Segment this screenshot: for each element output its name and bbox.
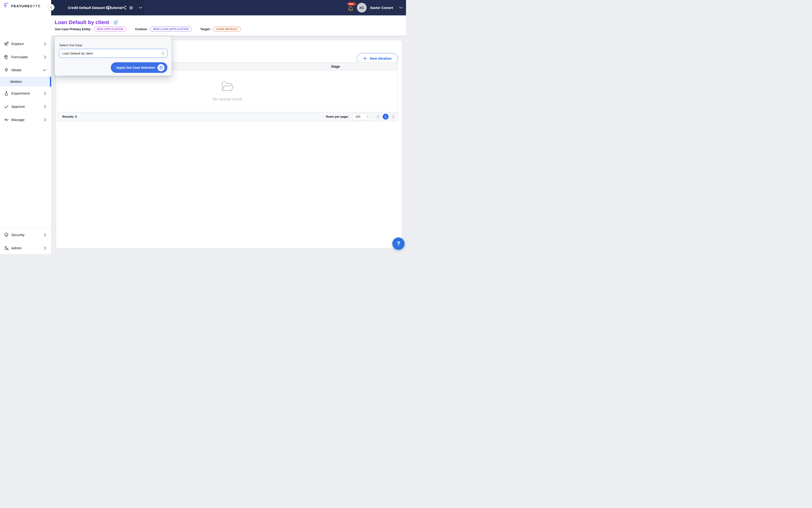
- chevron-right-icon: [44, 233, 46, 237]
- sidebar-divider: [0, 227, 51, 228]
- sidebar: FEATUREBYTE Explore Formulate: [0, 0, 51, 254]
- top-navbar: Credit Default Dataset UI tutorial ⚙ 999…: [51, 0, 406, 15]
- help-button[interactable]: ?: [392, 238, 405, 250]
- chevron-right-icon: [44, 42, 46, 45]
- plus-icon: [363, 56, 367, 60]
- sidebar-item-explore[interactable]: Explore: [0, 39, 51, 49]
- pagination-prev-button[interactable]: [375, 114, 381, 119]
- rows-per-page-value: 100: [355, 115, 360, 118]
- shield-check-icon: [4, 232, 9, 238]
- sidebar-item-label: Experiment: [11, 91, 30, 95]
- sidebar-item-label: Approve: [11, 104, 25, 109]
- app-screen: Credit Default Dataset UI tutorial ⚙ 999…: [0, 0, 406, 254]
- empty-state: No records found.: [58, 70, 398, 112]
- use-case-select[interactable]: Loan Default by client: [59, 49, 167, 58]
- pagination-next-button[interactable]: [391, 114, 396, 119]
- use-case-meta-row: Use Case Primary Entity: NEW APPLICATION…: [55, 27, 241, 31]
- primary-entity-label: Use Case Primary Entity:: [55, 27, 91, 31]
- sidebar-item-admin[interactable]: Admin: [0, 243, 51, 253]
- new-ideation-label: New Ideation: [370, 56, 392, 60]
- rows-per-page-select[interactable]: 100: [352, 114, 371, 120]
- user-menu-chevron-icon[interactable]: [399, 7, 403, 9]
- target-badge: LOAN DEFAULT: [213, 27, 241, 31]
- sidebar-subitem-label: Ideation: [10, 80, 22, 83]
- sidebar-item-ideate[interactable]: Ideate: [0, 65, 51, 75]
- chevron-right-icon: [44, 118, 46, 122]
- chevron-right-icon: [44, 247, 46, 250]
- context-label: Context:: [135, 27, 148, 31]
- sidebar-item-approve[interactable]: Approve: [0, 102, 51, 111]
- column-header-stage: Stage: [331, 62, 340, 70]
- open-folder-icon: [221, 81, 234, 92]
- select-use-case-label: Select Use Case: [59, 43, 82, 47]
- target-label: Target:: [200, 27, 211, 31]
- featurebyte-logo-text: FEATUREBYTE: [11, 4, 41, 8]
- edit-title-button[interactable]: [113, 20, 118, 25]
- chevron-right-icon: [44, 55, 46, 59]
- check-icon: [4, 104, 9, 110]
- telescope-icon: [4, 41, 9, 47]
- chevron-right-icon: [44, 105, 46, 108]
- empty-message: No records found.: [213, 97, 242, 101]
- pagination-page-1[interactable]: 1: [382, 114, 389, 120]
- use-case-selected-value: Loan Default by client: [62, 52, 93, 55]
- lightbulb-icon: [4, 67, 9, 73]
- results-count: Results: 0: [62, 115, 77, 118]
- apply-use-case-label: Apply Use Case Selection: [116, 66, 155, 69]
- user-search-icon: [4, 245, 9, 251]
- table-footer: Results: 0 Rows per page: 100 1: [58, 112, 398, 121]
- sidebar-item-manage[interactable]: Manage: [0, 115, 51, 125]
- settings-gear-icon[interactable]: ⚙: [128, 0, 135, 15]
- bell-icon: [348, 6, 354, 13]
- sidebar-item-label: Security: [11, 233, 25, 237]
- select-use-case-popover: Select Use Case Loan Default by client A…: [55, 37, 172, 76]
- chevron-right-icon: [44, 92, 46, 95]
- head-gear-icon: [4, 54, 9, 60]
- flask-icon: [4, 91, 9, 96]
- select-updown-icon: [367, 115, 369, 118]
- featurebyte-logo[interactable]: FEATUREBYTE: [3, 2, 41, 9]
- primary-entity-badge: NEW APPLICATION: [94, 27, 127, 31]
- project-chevron-down-icon[interactable]: [137, 0, 144, 15]
- rows-per-page-label: Rows per page:: [326, 115, 349, 118]
- sidebar-item-label: Manage: [11, 118, 25, 122]
- notifications-button[interactable]: 999+: [346, 3, 356, 13]
- notification-count-badge: 999+: [347, 2, 357, 6]
- sidebar-item-label: Formulate: [11, 55, 28, 59]
- sidebar-item-security[interactable]: Security: [0, 230, 51, 240]
- navbar-project-section: Credit Default Dataset UI tutorial ⚙: [51, 0, 145, 15]
- user-avatar[interactable]: XC: [357, 3, 367, 12]
- sidebar-item-ideation-active[interactable]: Ideation: [0, 77, 51, 87]
- sidebar-collapse-button[interactable]: [48, 4, 54, 11]
- active-indicator-bar: [50, 77, 51, 87]
- apply-use-case-button[interactable]: Apply Use Case Selection: [111, 62, 167, 73]
- select-updown-icon: [162, 52, 164, 55]
- sidebar-item-label: Admin: [11, 246, 22, 250]
- sidebar-item-experiment[interactable]: Experiment: [0, 89, 51, 98]
- page-title: Loan Default by client: [55, 19, 109, 26]
- activity-pulse-icon: [4, 117, 9, 123]
- share-icon[interactable]: [121, 0, 128, 15]
- sidebar-item-label: Ideate: [11, 68, 21, 72]
- project-title: Credit Default Dataset UI tutorial: [68, 0, 122, 15]
- save-icon: [157, 64, 165, 71]
- featurebyte-logo-mark: [3, 2, 10, 9]
- sidebar-item-formulate[interactable]: Formulate: [0, 52, 51, 62]
- context-badge: NEW LOAN APPLICATION: [150, 27, 192, 31]
- chevron-down-icon: [43, 69, 46, 71]
- user-name: Xavier Conort: [370, 6, 393, 10]
- navbar-user-area: 999+ XC Xavier Conort: [346, 0, 403, 15]
- sidebar-item-label: Explore: [11, 42, 24, 46]
